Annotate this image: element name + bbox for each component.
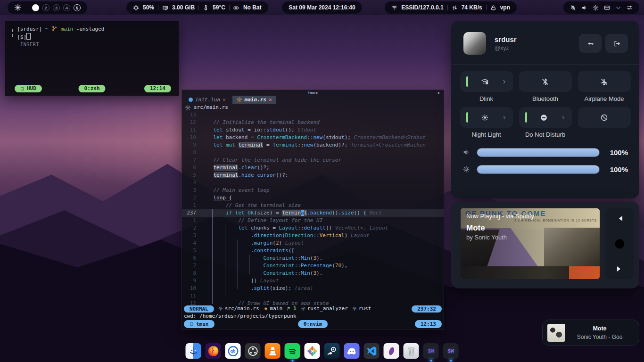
clock: 12:13: [421, 320, 436, 328]
terminal-cursor: [26, 33, 31, 40]
code-area[interactable]: 1312 // Initialize the terminal backend1…: [182, 111, 444, 305]
breadcrumb-path: src/main.rs: [194, 104, 228, 111]
editor-window[interactable]: tmux x init.lua × main.rs × src/main.rs …: [182, 90, 444, 329]
mail-icon[interactable]: [604, 5, 610, 11]
tmux-session-pill[interactable]: tmux: [184, 320, 215, 328]
tab-init-lua[interactable]: init.lua ×: [185, 96, 230, 104]
tmux-session-pill[interactable]: HUD: [15, 85, 42, 92]
mic-muted-icon[interactable]: [570, 5, 576, 11]
tmux-window-pill[interactable]: 0:nvim: [298, 320, 328, 328]
running-indicator: [430, 360, 432, 362]
dock: qb$W$W: [186, 343, 459, 359]
tab-close-icon[interactable]: ×: [223, 96, 226, 104]
dock-file-manager[interactable]: [186, 343, 201, 359]
volume-value: 100%: [606, 148, 628, 156]
dock-firefox[interactable]: [206, 343, 221, 359]
toggle-do-not-disturb[interactable]: [519, 107, 572, 128]
gear-icon[interactable]: [593, 5, 599, 11]
key-button[interactable]: [579, 34, 602, 53]
brightness-slider[interactable]: [477, 165, 600, 174]
code-line: 1 // Define layout for the UI: [182, 217, 444, 224]
code-line-current: 237 if let Ok(size) = terminal.backend()…: [182, 209, 444, 217]
toggle-label: Airplane Mode: [585, 95, 624, 102]
logout-button[interactable]: [605, 34, 628, 53]
tab-close-icon[interactable]: ×: [269, 96, 272, 104]
dock-purple-app[interactable]: [384, 343, 399, 359]
filetype-name: rust: [359, 305, 372, 313]
date-time: Sat 09 Mar 2024 12:16:40: [289, 4, 355, 11]
tmux-window-pill[interactable]: 0:zsh: [78, 85, 105, 92]
brightness-row: 100%: [462, 161, 628, 178]
toggle-airplane-mode[interactable]: [578, 71, 631, 92]
dock-steam[interactable]: [324, 343, 340, 359]
code-line: 4 .margin(2) Layout: [182, 239, 444, 247]
active-indicator: [466, 76, 468, 87]
workspace-3[interactable]: 3: [53, 4, 60, 11]
tab-main-rs[interactable]: main.rs ×: [232, 96, 276, 104]
toggle-night-light[interactable]: [460, 107, 513, 128]
toggle-label: Dlink: [479, 95, 493, 102]
chevron-right-icon[interactable]: [502, 115, 507, 120]
snowflake-logo-icon[interactable]: [14, 4, 22, 11]
divider: [451, 64, 639, 65]
user-handle: @xyz: [495, 45, 575, 51]
code-line: 6 terminal.clear()?;: [182, 164, 444, 172]
toggle-dlink[interactable]: [460, 71, 513, 92]
lsp-name: rust_analyzer: [307, 305, 348, 313]
workspace-5[interactable]: 5: [74, 4, 81, 11]
code-line: 9 let mut terminal = Terminal::new(backe…: [182, 141, 444, 149]
user-section: srdusr @xyz: [451, 21, 639, 64]
toggle-extra[interactable]: [578, 107, 631, 128]
speaker-icon[interactable]: [581, 5, 587, 11]
code-line: 12 // Draw UI based on app state: [182, 300, 444, 305]
code-line: 3 .direction(Direction::Vertical) Layout: [182, 232, 444, 239]
dock-glyph: $W: [428, 348, 434, 354]
window-close-button[interactable]: x: [438, 90, 440, 96]
workspace-2[interactable]: 2: [42, 4, 50, 11]
essid: ESSID/127.0.0.1: [401, 4, 443, 11]
avatar[interactable]: [463, 32, 486, 55]
dock-vscode[interactable]: [364, 343, 380, 359]
terminal-window[interactable]: ┌─[srdusr] ~ main -unstaged └─[$] -- INS…: [5, 21, 179, 96]
dock-photos[interactable]: [305, 343, 320, 359]
vi-mode-indicator: -- INSERT --: [11, 41, 173, 49]
next-button[interactable]: [615, 264, 624, 273]
dock-discord[interactable]: [344, 343, 360, 359]
dock-glyph: $W: [447, 348, 454, 354]
chevron-down-icon[interactable]: [615, 5, 621, 11]
network-pill[interactable]: ESSID/127.0.0.1 74 KB/s vpn: [385, 1, 517, 14]
statusline-file: src/main.rs: [225, 305, 259, 313]
previous-button[interactable]: [615, 214, 624, 223]
dock-glyph: qb: [231, 349, 236, 354]
dock-vlc[interactable]: [265, 343, 281, 359]
dock-trash[interactable]: [404, 343, 419, 359]
pause-button[interactable]: [614, 238, 626, 250]
user-name: srdusr: [495, 35, 575, 43]
dock-dollar-w[interactable]: $W: [423, 343, 439, 359]
filetype-icon: [218, 306, 223, 311]
toggle-label: Bluetooth: [532, 95, 558, 102]
workspace-1[interactable]: [32, 4, 39, 11]
chevron-right-icon[interactable]: [502, 79, 507, 84]
tmux-clock-pill: 12:13: [415, 320, 442, 328]
volume-slider[interactable]: [477, 148, 600, 157]
dock-spotify[interactable]: [285, 343, 300, 359]
workspace-switcher: 2345: [32, 4, 81, 11]
notification[interactable]: Mote Sonic Youth - Goo: [542, 320, 639, 346]
window-icon: [20, 87, 25, 91]
dock-qbittorrent[interactable]: qb: [225, 343, 241, 359]
lsp-icon: [301, 306, 305, 311]
chevron-right-icon[interactable]: [561, 115, 566, 120]
dock-obs-studio[interactable]: [245, 343, 261, 359]
diagnostics-icon: [287, 306, 291, 311]
workspace-4[interactable]: 4: [63, 4, 70, 11]
toggle-bluetooth[interactable]: [519, 71, 572, 92]
vpn-label: vpn: [500, 4, 510, 11]
code-line: 5 terminal.hide_cursor()?;: [182, 172, 444, 179]
clock-pill[interactable]: Sat 09 Mar 2024 12:16:40: [282, 1, 362, 14]
control-center: srdusr @xyz DlinkBluetoothAirplane ModeN…: [451, 21, 639, 198]
system-tray-pill: [563, 1, 639, 14]
memory-icon: [162, 5, 168, 11]
dock-dollar-w-2[interactable]: $W: [443, 343, 459, 359]
toggles-icon[interactable]: [627, 5, 633, 11]
